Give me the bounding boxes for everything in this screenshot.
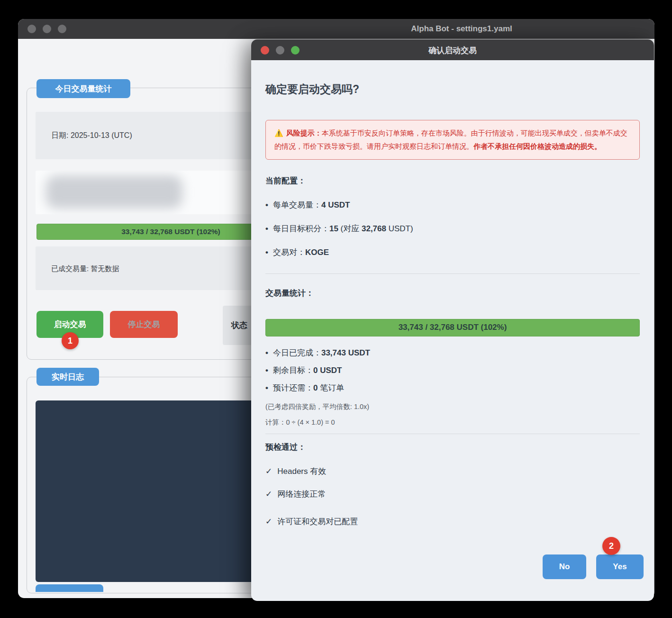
confirm-dialog: 确认启动交易 确定要启动交易吗? ⚠️风险提示：本系统基于币安反向订单策略，存在… — [251, 39, 654, 601]
bullet: • — [265, 383, 268, 392]
realtime-log-badge: 实时日志 — [36, 368, 99, 386]
config-row-pair: •交易对：KOGE — [265, 247, 640, 258]
stats-row-completed: •今日已完成：33,743 USDT — [265, 348, 640, 358]
bullet: • — [265, 366, 268, 375]
stats-row-remaining: •剩余目标：0 USDT — [265, 365, 640, 376]
check-icon: ✓ — [265, 517, 272, 526]
stats-value: 33,743 USDT — [321, 348, 370, 357]
config-value: 32,768 — [362, 224, 386, 233]
yes-button[interactable]: Yes — [596, 554, 644, 579]
close-button[interactable] — [27, 25, 36, 33]
stats-note-calculation: 计算：0 ÷ (4 × 1.0) = 0 — [265, 418, 640, 427]
check-icon: ✓ — [265, 467, 272, 476]
config-value: KOGE — [305, 248, 329, 257]
config-row-trade-size: •每单交易量：4 USDT — [265, 200, 640, 210]
dialog-progress-bar: 33,743 / 32,768 USDT (102%) — [265, 319, 640, 336]
risk-warning-box: ⚠️风险提示：本系统基于币安反向订单策略，存在市场风险。由于行情波动，可能出现买… — [265, 120, 640, 160]
dialog-titlebar: 确认启动交易 — [251, 39, 654, 60]
minimize-button[interactable] — [43, 25, 51, 33]
stats-row-orders-needed: •预计还需：0 笔订单 — [265, 383, 640, 393]
redacted-blur — [46, 175, 182, 209]
config-text: (对应 — [338, 224, 362, 233]
date-label: 日期: 2025-10-13 (UTC) — [51, 131, 132, 141]
precheck-item-network: ✓网络连接正常 — [265, 489, 640, 500]
divider — [265, 434, 640, 434]
today-stats-badge: 今日交易量统计 — [36, 79, 130, 98]
zoom-button[interactable] — [291, 46, 300, 55]
completed-volume-label: 已成交易量: 暂无数据 — [51, 264, 119, 273]
config-text: USDT) — [386, 224, 413, 233]
precheck-item-license: ✓许可证和交易对已配置 — [265, 517, 640, 527]
step-1-badge: 1 — [62, 332, 79, 349]
no-button[interactable]: No — [543, 554, 586, 579]
risk-label: 风险提示： — [286, 129, 322, 137]
precheck-item-headers: ✓Headers 有效 — [265, 466, 640, 477]
dialog-title: 确认启动交易 — [428, 45, 477, 55]
config-row-daily-target: •每日目标积分：15 (对应 32,768 USDT) — [265, 224, 640, 234]
stats-label: 预计还需： — [273, 383, 313, 392]
bullet: • — [265, 348, 268, 357]
warning-icon: ⚠️ — [274, 129, 283, 137]
config-value: 4 USDT — [321, 200, 350, 209]
stats-value: 0 USDT — [313, 366, 342, 375]
stats-label: 剩余目标： — [273, 366, 313, 375]
config-label: 每单交易量： — [273, 200, 321, 209]
precheck-label: Headers 有效 — [277, 467, 326, 476]
window-controls — [27, 25, 66, 33]
main-titlebar: Alpha Bot - settings1.yaml — [18, 19, 654, 39]
precheck-section-heading: 预检通过： — [265, 442, 640, 453]
stats-label: 今日已完成： — [273, 348, 321, 357]
minimize-button[interactable] — [276, 46, 284, 55]
bullet: • — [265, 224, 268, 233]
divider — [265, 273, 640, 274]
precheck-label: 许可证和交易对已配置 — [277, 517, 358, 526]
stats-suffix: 笔订单 — [318, 383, 344, 392]
precheck-label: 网络连接正常 — [277, 490, 326, 499]
bullet: • — [265, 248, 268, 257]
status-label: 状态 — [223, 320, 247, 331]
close-button[interactable] — [261, 46, 269, 55]
stats-section-heading: 交易量统计： — [265, 288, 640, 299]
risk-emphasis: 作者不承担任何因价格波动造成的损失。 — [473, 142, 601, 150]
clipped-bottom-badge — [36, 584, 103, 592]
dialog-window-controls — [261, 46, 300, 55]
dialog-body: 确定要启动交易吗? ⚠️风险提示：本系统基于币安反向订单策略，存在市场风险。由于… — [251, 60, 654, 601]
check-icon: ✓ — [265, 490, 272, 499]
stats-value: 0 — [313, 383, 318, 392]
dialog-heading: 确定要启动交易吗? — [265, 82, 640, 96]
stats-note-multiplier: (已考虑四倍奖励，平均倍数: 1.0x) — [265, 402, 640, 411]
zoom-button[interactable] — [58, 25, 66, 33]
main-window-title: Alpha Bot - settings1.yaml — [411, 24, 512, 34]
config-label: 交易对： — [273, 248, 305, 257]
config-section-heading: 当前配置： — [265, 175, 640, 187]
config-label: 每日目标积分： — [273, 224, 329, 233]
step-2-badge: 2 — [602, 537, 620, 555]
dialog-button-row: No Yes — [543, 554, 644, 579]
bullet: • — [265, 200, 268, 209]
stop-trading-button[interactable]: 停止交易 — [110, 311, 178, 338]
config-value: 15 — [329, 224, 338, 233]
